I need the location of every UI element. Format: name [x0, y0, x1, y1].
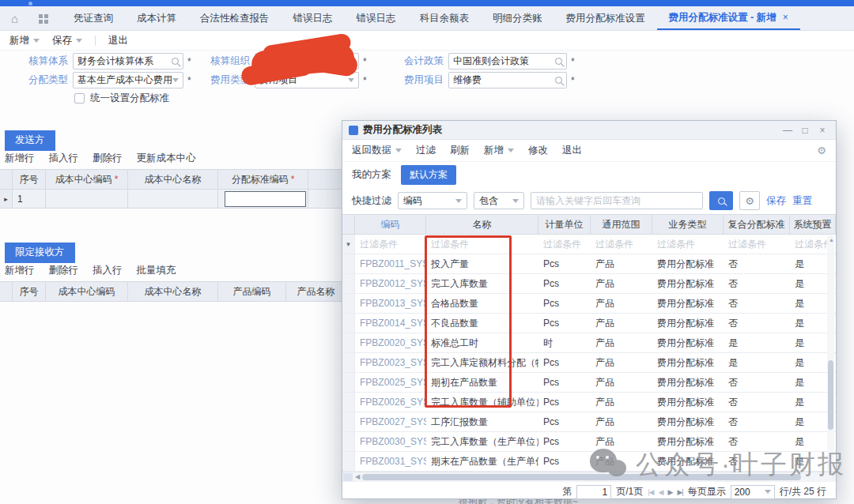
- column-filter-cell[interactable]: 过滤条件: [591, 238, 652, 251]
- list-column-header[interactable]: 复合分配标准: [724, 215, 790, 234]
- cell-editor-input[interactable]: [225, 191, 306, 207]
- list-column-header[interactable]: 系统预置: [790, 215, 836, 234]
- filter-field-select[interactable]: 编码: [398, 192, 467, 209]
- table-row[interactable]: FPBZ0025_SYS期初在产品数量Pcs产品费用分配标准否是: [342, 373, 836, 393]
- main-toolbar: 新增 保存 退出: [0, 31, 854, 51]
- dialog-titlebar[interactable]: 费用分配标准列表 — □ ×: [342, 121, 836, 140]
- list-column-header[interactable]: 业务类型: [652, 215, 724, 234]
- default-plan-button[interactable]: 默认方案: [401, 165, 456, 185]
- table-row[interactable]: FPBZ0023_SYS完工入库定额材料分配（物料清单）Pcs产品费用分配标准是…: [342, 353, 836, 373]
- table-row[interactable]: FPBZ0027_SYS工序汇报数量Pcs产品费用分配标准否是: [342, 412, 836, 432]
- close-icon[interactable]: ×: [783, 12, 788, 23]
- scrollbar-thumb[interactable]: [362, 474, 801, 480]
- scroll-up-icon[interactable]: ▲: [828, 237, 835, 243]
- expense-item-input[interactable]: 维修费: [448, 72, 567, 88]
- expense-type-select[interactable]: 费用项目: [255, 72, 359, 88]
- search-icon[interactable]: [347, 58, 354, 65]
- table-row[interactable]: FPBZ0012_SYS完工入库数量Pcs产品费用分配标准否是: [342, 274, 836, 294]
- save-button[interactable]: 保存: [52, 34, 82, 47]
- tab-5[interactable]: 科目余额表: [408, 6, 482, 30]
- maximize-icon[interactable]: □: [798, 125, 812, 136]
- vertical-scrollbar[interactable]: [827, 235, 834, 471]
- gear-icon[interactable]: ⚙: [817, 145, 826, 156]
- column-filter-cell[interactable]: 过滤条件: [724, 238, 790, 251]
- home-icon[interactable]: ⌂: [11, 13, 18, 24]
- scrollbar-thumb[interactable]: [828, 360, 833, 430]
- horizontal-scrollbar[interactable]: ◀: [342, 472, 836, 481]
- prev-page-icon[interactable]: ◀: [659, 488, 663, 496]
- per-page-select[interactable]: 200: [731, 485, 775, 499]
- minimize-icon[interactable]: —: [780, 125, 795, 136]
- new-button[interactable]: 新增: [9, 34, 40, 47]
- exit-button[interactable]: 退出: [108, 34, 128, 47]
- search-button[interactable]: [709, 191, 733, 210]
- cost-center-name-cell[interactable]: [128, 190, 218, 208]
- table-row[interactable]: FPBZ0013_SYS合格品数量Pcs产品费用分配标准否是: [342, 294, 836, 314]
- tab-3[interactable]: 错误日志: [282, 6, 345, 30]
- search-icon[interactable]: [555, 77, 562, 84]
- expense-item-label: 费用项目: [398, 73, 444, 87]
- close-icon[interactable]: ×: [815, 125, 829, 136]
- list-column-header[interactable]: 通用范围: [591, 215, 652, 234]
- reset-filter-link[interactable]: 重置: [792, 194, 812, 208]
- sender-action-0[interactable]: 新增行: [5, 152, 35, 165]
- first-page-icon[interactable]: |◀: [648, 488, 653, 496]
- table-row[interactable]: FPBZ0011_SYS投入产量Pcs产品费用分配标准否是: [342, 254, 836, 274]
- sender-action-1[interactable]: 插入行: [49, 152, 79, 165]
- keyword-input[interactable]: [531, 192, 703, 209]
- tab-sender[interactable]: 发送方: [5, 130, 55, 151]
- apps-grid-icon[interactable]: [39, 14, 43, 18]
- column-filter-cell[interactable]: 过滤条件: [538, 238, 591, 251]
- next-page-icon[interactable]: ▶: [667, 488, 672, 496]
- list-column-header[interactable]: 名称: [426, 215, 538, 234]
- column-filter-cell[interactable]: 过滤条件: [652, 238, 724, 251]
- tab-receiver[interactable]: 限定接收方: [5, 243, 75, 263]
- receiver-action-2[interactable]: 插入行: [93, 264, 123, 277]
- acct-policy-input[interactable]: 中国准则会计政策: [448, 53, 567, 70]
- acct-system-input[interactable]: 财务会计核算体系: [73, 53, 183, 70]
- table-row[interactable]: FPBZ0031_SYS期末在产品数量（生产单位）Pcs产品费用分配标准否是: [342, 452, 836, 472]
- tab-4[interactable]: 错误日志: [345, 6, 408, 30]
- tab-8[interactable]: 费用分配标准设置 - 新增×: [657, 6, 800, 30]
- tab-6[interactable]: 明细分类账: [481, 6, 554, 30]
- list-column-header[interactable]: 计量单位: [538, 215, 591, 234]
- row-selector[interactable]: ▸: [0, 190, 13, 208]
- column-filter-cell[interactable]: 过滤条件: [426, 238, 538, 251]
- list-column-header[interactable]: 编码: [355, 215, 426, 234]
- tab-2[interactable]: 合法性检查报告: [188, 6, 282, 30]
- receiver-action-1[interactable]: 删除行: [49, 264, 79, 277]
- dialog-toolbar-button-0[interactable]: 返回数据: [352, 144, 402, 157]
- save-filter-link[interactable]: 保存: [766, 194, 786, 208]
- search-icon[interactable]: [172, 58, 179, 65]
- receiver-action-0[interactable]: 新增行: [5, 264, 35, 277]
- dialog-toolbar-button-1[interactable]: 过滤: [416, 144, 436, 157]
- last-page-icon[interactable]: ▶|: [677, 488, 682, 496]
- sender-action-2[interactable]: 删除行: [93, 152, 123, 165]
- dialog-toolbar-button-4[interactable]: 修改: [528, 144, 548, 157]
- tab-1[interactable]: 成本计算: [125, 6, 188, 30]
- table-row[interactable]: FPBZ0026_SYS完工入库数量（辅助单位）Pcs产品费用分配标准否是: [342, 393, 836, 412]
- unify-checkbox[interactable]: [74, 93, 85, 103]
- tab-0[interactable]: 凭证查询: [62, 6, 125, 30]
- table-row[interactable]: FPBZ0030_SYS完工入库数量（生产单位）Pcs产品费用分配标准否是: [342, 432, 836, 452]
- column-filter-cell[interactable]: 过滤条件: [355, 238, 426, 251]
- filter-operator-select[interactable]: 包含: [474, 192, 524, 209]
- funnel-icon[interactable]: ▼: [342, 235, 355, 254]
- acct-org-input[interactable]: 厂: [255, 53, 359, 70]
- table-row[interactable]: FPBZ0020_SYS标准总工时时产品费用分配标准是是: [342, 333, 836, 353]
- alloc-type-select[interactable]: 基本生产成本中心费用分配: [73, 72, 183, 88]
- dialog-toolbar-button-3[interactable]: 新增: [484, 144, 514, 157]
- page-number-input[interactable]: [576, 485, 611, 499]
- sender-toolbar: 新增行插入行删除行更新成本中心: [5, 152, 196, 165]
- search-icon[interactable]: [555, 58, 562, 65]
- alloc-std-code-cell[interactable]: [218, 190, 308, 208]
- sender-action-3[interactable]: 更新成本中心: [137, 152, 196, 165]
- scroll-left-icon[interactable]: ◀: [355, 473, 360, 480]
- filter-settings-button[interactable]: ⚙: [739, 191, 760, 210]
- table-row[interactable]: FPBZ0014_SYS不良品数量Pcs产品费用分配标准否是: [342, 314, 836, 333]
- tab-7[interactable]: 费用分配标准设置: [554, 6, 657, 30]
- dialog-toolbar-button-2[interactable]: 刷新: [450, 144, 470, 157]
- cost-center-code-cell[interactable]: [46, 190, 128, 208]
- dialog-toolbar-button-5[interactable]: 退出: [562, 144, 582, 157]
- receiver-action-3[interactable]: 批量填充: [137, 264, 176, 277]
